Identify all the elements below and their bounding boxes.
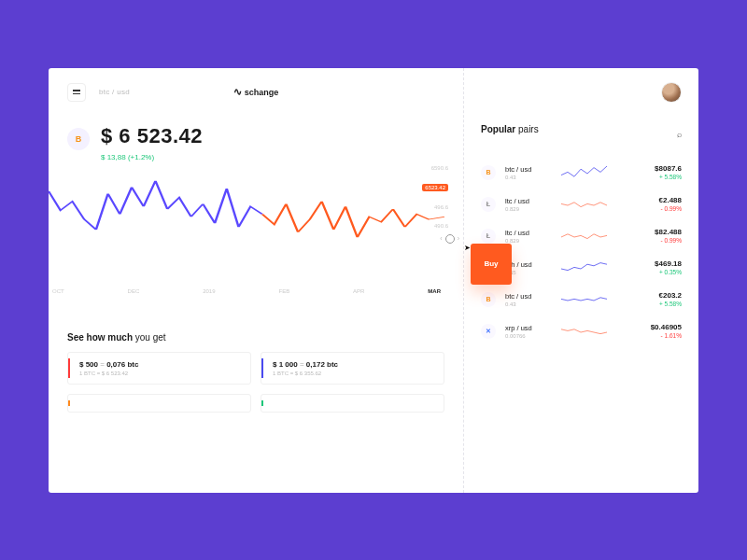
coin-badge: B [67, 128, 90, 150]
pair-sub: 0.43 [505, 175, 552, 180]
calc-title: See how much you get [67, 332, 444, 343]
buy-button[interactable]: Buy [471, 244, 512, 285]
popular-title: Popular pairs [481, 124, 539, 134]
sparkline [561, 291, 608, 308]
pair-name: ltc / usd [505, 229, 552, 237]
pair-sub: 0.829 [505, 206, 552, 212]
pair-price: $82.488 [655, 228, 682, 236]
pair-change: - 0.99% [655, 237, 682, 244]
pair-change: + 5.58% [659, 301, 682, 307]
calc-main: $ 500 = 0,076 btc [79, 360, 241, 369]
slider-knob[interactable] [445, 234, 455, 244]
calc-card[interactable] [261, 394, 444, 413]
calc-card[interactable]: $ 500 = 0,076 btc1 BTC = $ 6 523.42 [67, 352, 251, 385]
pair-change: + 5.58% [655, 174, 682, 180]
coin-icon: B [481, 292, 496, 307]
pair-item[interactable]: Bbtc / usd0.43€203.2+ 5.58% [464, 284, 682, 315]
pair-price: $0.46905 [651, 323, 682, 331]
main-price: $ 6 523.42 [101, 124, 203, 148]
chevron-right-icon[interactable]: › [458, 235, 459, 242]
coin-icon: ✕ [481, 324, 496, 339]
calc-card[interactable] [67, 394, 251, 413]
pair-change: + 0.35% [655, 269, 682, 275]
coin-icon: Ł [481, 197, 496, 212]
pair-price: €2.488 [659, 196, 682, 204]
calc-sub: 1 BTC = $ 6 355.62 [273, 371, 434, 376]
calc-card[interactable]: $ 1 000 = 0,172 btc1 BTC = $ 6 355.62 [261, 352, 444, 385]
pair-name: btc / usd [505, 292, 552, 301]
pair-price: $469.18 [655, 259, 682, 268]
chevron-left-icon[interactable]: ‹ [440, 235, 442, 242]
pair-price: $8087.6 [655, 164, 682, 173]
cursor-icon: ➤ [464, 244, 471, 252]
current-pair-label: btc / usd [99, 88, 130, 96]
pair-sub: 0.43 [505, 301, 552, 307]
calc-main: $ 1 000 = 0,172 btc [273, 360, 434, 369]
time-slider[interactable]: ‹ › [440, 234, 459, 244]
sparkline [561, 196, 608, 213]
calc-sub: 1 BTC = $ 6 523.42 [79, 371, 241, 376]
pair-change: - 0.99% [659, 205, 682, 212]
pair-name: eth / usd [505, 260, 552, 269]
sparkline [561, 323, 608, 340]
pair-name: ltc / usd [505, 197, 552, 205]
pair-change: - 1.61% [651, 332, 682, 339]
sparkline [561, 259, 608, 276]
price-change: $ 13,88 (+1.2%) [101, 153, 444, 161]
avatar[interactable] [661, 82, 682, 103]
pair-sub: 1.65 [505, 270, 552, 275]
pair-sub: 0.829 [505, 238, 552, 244]
pair-item[interactable]: ✕xrp / usd0.00766$0.46905- 1.61% [464, 315, 682, 347]
sparkline [561, 164, 608, 181]
y-axis-labels: 6590.66523.42496.6490.6 [422, 165, 448, 229]
price-chart[interactable]: 6590.66523.42496.6490.6 OCTDEC2019FEBAPR… [49, 178, 444, 314]
search-icon[interactable]: ⌕ [677, 130, 682, 139]
pair-sub: 0.00766 [505, 333, 552, 339]
app-logo: ∿ schange [233, 86, 279, 98]
pair-price: €203.2 [659, 291, 682, 300]
pair-name: xrp / usd [505, 324, 552, 332]
menu-button[interactable] [67, 83, 86, 102]
pair-item[interactable]: Łltc / usd0.829€2.488- 0.99% [464, 189, 682, 220]
coin-icon: B [481, 165, 496, 180]
sparkline [561, 228, 608, 245]
pair-item[interactable]: Bbtc / usd0.43$8087.6+ 5.58% [464, 157, 682, 189]
logo-text: schange [245, 88, 279, 97]
x-axis-labels: OCTDEC2019FEBAPRMAR [49, 281, 444, 294]
coin-icon: Ł [481, 229, 496, 244]
logo-icon: ∿ [233, 86, 242, 98]
pair-name: btc / usd [505, 165, 552, 174]
